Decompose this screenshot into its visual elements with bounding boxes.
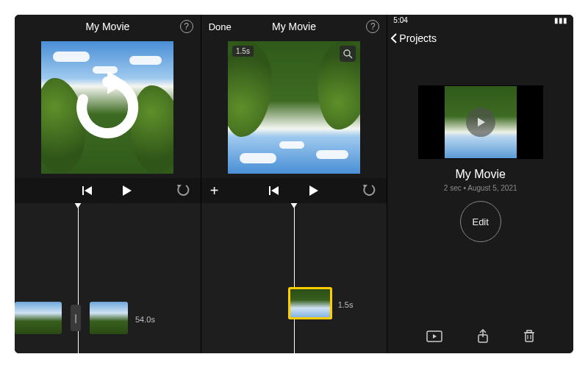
title: My Movie [272, 21, 316, 32]
svg-rect-1 [82, 186, 84, 195]
timeline[interactable]: 1.5s [201, 203, 387, 353]
video-preview[interactable]: 1.5s [228, 41, 360, 174]
svg-rect-20 [527, 330, 531, 333]
editor-screen-rotate: My Movie ? [15, 15, 201, 353]
svg-marker-13 [433, 334, 437, 339]
undo-icon[interactable] [176, 182, 190, 199]
svg-marker-9 [309, 185, 318, 196]
preview-area: 1.5s [201, 38, 387, 178]
back-label: Projects [399, 32, 437, 44]
svg-rect-16 [526, 333, 533, 342]
play-icon[interactable] [306, 183, 320, 198]
editor-screen-flipped: Done My Movie ? 1.5s + [201, 15, 387, 353]
edit-button[interactable]: Edit [460, 201, 501, 242]
project-subtitle: 2 sec • August 5, 2021 [444, 184, 517, 192]
clip-2[interactable] [90, 302, 128, 334]
preview-area [15, 38, 201, 178]
back-button[interactable]: Projects [387, 28, 573, 49]
status-bar: 5:04 ▮▮▮ [387, 15, 573, 28]
header: My Movie ? [15, 15, 201, 38]
undo-icon[interactable] [362, 182, 376, 199]
svg-rect-7 [269, 186, 270, 195]
transport-bar: + [201, 178, 387, 203]
bottom-actions [387, 319, 573, 353]
clip-duration-label: 1.5s [338, 300, 354, 309]
trash-icon[interactable] [523, 330, 535, 343]
svg-line-6 [349, 55, 352, 58]
play-rect-icon[interactable] [426, 330, 442, 342]
clip-duration-label: 54.0s [135, 315, 155, 324]
svg-marker-8 [271, 186, 279, 195]
transport-bar [15, 178, 201, 203]
zoom-icon[interactable] [340, 46, 356, 62]
svg-marker-3 [123, 185, 132, 196]
clip-selected[interactable] [288, 287, 332, 319]
status-right: ▮▮▮ [554, 16, 567, 26]
svg-marker-11 [478, 118, 485, 127]
video-preview[interactable] [41, 41, 173, 174]
duration-badge: 1.5s [232, 46, 254, 57]
skip-start-icon[interactable] [81, 184, 94, 197]
svg-marker-2 [85, 186, 92, 195]
clip-1[interactable] [15, 302, 62, 334]
playhead[interactable] [294, 203, 295, 353]
timeline[interactable]: | 54.0s [15, 203, 201, 353]
project-title: My Movie [455, 168, 505, 181]
share-icon[interactable] [476, 329, 490, 344]
header: Done My Movie ? [201, 15, 387, 38]
done-button[interactable]: Done [209, 21, 232, 32]
projects-screen: 5:04 ▮▮▮ Projects My Movie 2 sec • Augus… [387, 15, 573, 353]
transition-pill[interactable]: | [71, 305, 81, 331]
help-icon[interactable]: ? [366, 20, 379, 33]
add-media-icon[interactable]: + [210, 183, 219, 199]
status-time: 5:04 [393, 16, 407, 26]
help-icon[interactable]: ? [180, 20, 193, 33]
play-overlay-icon[interactable] [466, 107, 495, 137]
project-thumbnail[interactable] [418, 85, 543, 159]
rotate-icon[interactable] [71, 71, 144, 144]
edit-label: Edit [472, 216, 488, 227]
skip-start-icon[interactable] [268, 184, 281, 197]
play-icon[interactable] [119, 183, 134, 198]
chevron-left-icon [390, 33, 398, 43]
svg-point-5 [344, 50, 350, 56]
title: My Movie [85, 21, 129, 32]
project-body: My Movie 2 sec • August 5, 2021 Edit [387, 49, 573, 319]
